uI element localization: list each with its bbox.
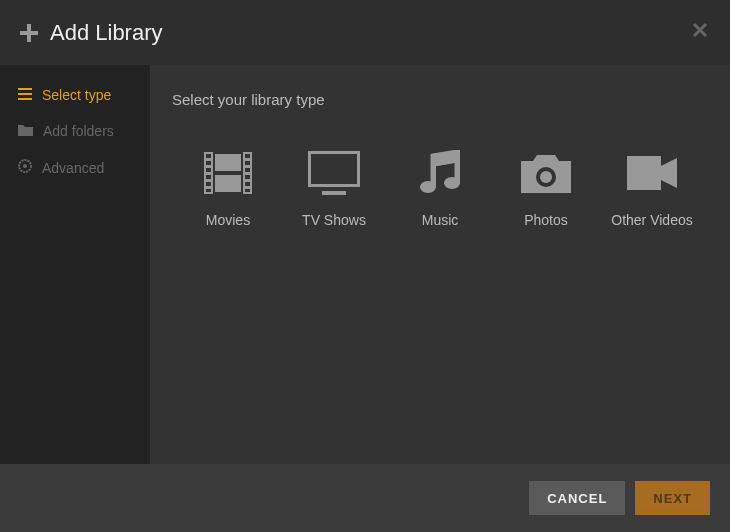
music-icon — [405, 148, 475, 198]
modal-footer: CANCEL NEXT — [0, 464, 730, 532]
content-heading: Select your library type — [172, 91, 710, 108]
svg-rect-6 — [18, 98, 32, 100]
sidebar-item-advanced[interactable]: Advanced — [0, 149, 150, 186]
svg-rect-18 — [206, 189, 211, 192]
svg-rect-1 — [20, 31, 38, 35]
svg-rect-14 — [206, 161, 211, 165]
folder-icon — [18, 123, 33, 139]
type-label: Music — [422, 212, 459, 228]
svg-rect-21 — [245, 168, 250, 172]
camera-icon — [511, 148, 581, 198]
sidebar-item-add-folders[interactable]: Add folders — [0, 113, 150, 149]
wizard-sidebar: Select type Add folders Advanced — [0, 65, 150, 464]
type-movies[interactable]: Movies — [180, 148, 276, 228]
next-button[interactable]: NEXT — [635, 481, 710, 515]
svg-rect-22 — [245, 175, 250, 179]
gear-icon — [18, 159, 32, 176]
close-icon — [692, 22, 708, 38]
modal-header: Add Library — [0, 0, 730, 65]
svg-rect-4 — [18, 88, 32, 90]
type-other-videos[interactable]: Other Videos — [604, 148, 700, 228]
svg-point-33 — [540, 171, 552, 183]
sidebar-item-label: Advanced — [42, 160, 104, 176]
sidebar-item-select-type[interactable]: Select type — [0, 77, 150, 113]
type-label: Photos — [524, 212, 568, 228]
modal-title: Add Library — [50, 20, 163, 46]
svg-rect-13 — [206, 154, 211, 158]
type-photos[interactable]: Photos — [498, 148, 594, 228]
add-library-modal: Add Library Select type — [0, 0, 730, 532]
tv-icon — [299, 148, 369, 198]
svg-rect-16 — [206, 175, 211, 179]
sidebar-item-label: Add folders — [43, 123, 114, 139]
modal-body: Select type Add folders Advanced — [0, 65, 730, 464]
svg-rect-19 — [245, 154, 250, 158]
list-icon — [18, 87, 32, 103]
svg-rect-24 — [245, 189, 250, 192]
svg-rect-26 — [311, 154, 357, 184]
svg-rect-34 — [627, 156, 661, 190]
type-music[interactable]: Music — [392, 148, 488, 228]
svg-point-8 — [23, 164, 27, 168]
svg-rect-20 — [245, 161, 250, 165]
video-icon — [617, 148, 687, 198]
svg-rect-5 — [18, 93, 32, 95]
plus-icon — [20, 24, 38, 42]
svg-rect-15 — [206, 168, 211, 172]
svg-rect-11 — [215, 154, 241, 171]
type-label: Movies — [206, 212, 250, 228]
svg-rect-27 — [322, 191, 346, 195]
type-label: Other Videos — [611, 212, 692, 228]
type-grid: Movies TV Shows — [170, 148, 710, 228]
cancel-button[interactable]: CANCEL — [529, 481, 625, 515]
svg-rect-17 — [206, 182, 211, 186]
type-tvshows[interactable]: TV Shows — [286, 148, 382, 228]
type-label: TV Shows — [302, 212, 366, 228]
svg-rect-12 — [215, 175, 241, 192]
movies-icon — [193, 148, 263, 198]
svg-rect-23 — [245, 182, 250, 186]
sidebar-item-label: Select type — [42, 87, 111, 103]
wizard-content: Select your library type — [150, 65, 730, 464]
close-button[interactable] — [692, 22, 712, 42]
